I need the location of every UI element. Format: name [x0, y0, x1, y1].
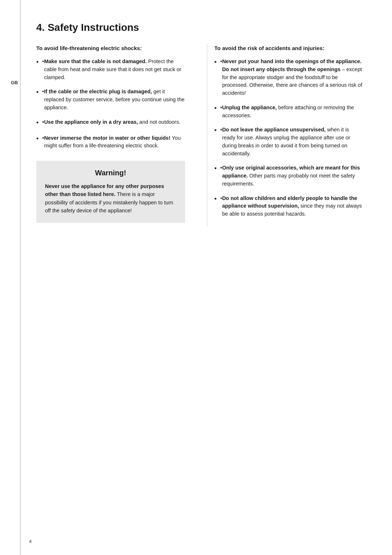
- bold-text: Unplug the appliance,: [222, 105, 277, 110]
- right-section-heading: To avoid the risk of accidents and injur…: [215, 44, 363, 52]
- list-item-text: Never put your hand into the openings of…: [222, 58, 363, 97]
- right-column: To avoid the risk of accidents and injur…: [207, 44, 363, 227]
- list-item: • Use the appliance only in a dry areas,…: [36, 118, 185, 128]
- page-number: 4: [29, 539, 32, 544]
- page-container: GB 4. Safety Instructions To avoid life-…: [0, 0, 392, 555]
- page-title: 4. Safety Instructions: [36, 22, 363, 33]
- warning-text: Never use the appliance for any other pu…: [45, 182, 176, 215]
- list-item: • Never immerse the motor in water or ot…: [36, 134, 185, 150]
- list-item-text: Make sure that the cable is not damaged.…: [44, 58, 185, 81]
- left-section-heading: To avoid life-threatening electric shock…: [36, 44, 185, 52]
- list-item-text: Do not leave the appliance unsupervised,…: [222, 126, 363, 158]
- bold-text: Never put your hand into the openings of…: [222, 58, 362, 72]
- list-item-text: Never immerse the motor in water or othe…: [44, 134, 185, 150]
- bold-text: Use the appliance only in a dry areas,: [44, 119, 138, 125]
- left-bullet-list: • Make sure that the cable is not damage…: [36, 58, 185, 150]
- list-item-text: If the cable or the electric plug is dam…: [44, 88, 185, 111]
- list-item-text: Do not allow children and elderly people…: [222, 195, 363, 218]
- list-item: • Only use original accessories, which a…: [215, 164, 363, 188]
- list-item: • Do not leave the appliance unsupervise…: [215, 126, 363, 158]
- list-item: • Do not allow children and elderly peop…: [215, 195, 363, 218]
- bold-text: If the cable or the electric plug is dam…: [44, 89, 152, 94]
- list-item: • Make sure that the cable is not damage…: [36, 58, 185, 81]
- warning-bold-text: Never use the appliance for any other pu…: [45, 183, 164, 197]
- left-column: To avoid life-threatening electric shock…: [36, 44, 192, 227]
- list-item-text: Use the appliance only in a dry areas, a…: [44, 118, 185, 126]
- list-item-text: Only use original accessories, which are…: [222, 164, 363, 188]
- list-item-text: Unplug the appliance, before attaching o…: [222, 104, 363, 120]
- bold-text: Make sure that the cable is not damaged.: [44, 58, 147, 64]
- bold-text: Only use original accessories, which are…: [222, 165, 360, 179]
- bold-text: Do not leave the appliance unsupervised,: [222, 127, 326, 132]
- list-item: • Unplug the appliance, before attaching…: [215, 104, 363, 120]
- bold-text: Do not allow children and elderly people…: [222, 195, 357, 209]
- right-bullet-list: • Never put your hand into the openings …: [215, 58, 363, 218]
- warning-box: Warning! Never use the appliance for any…: [36, 161, 185, 223]
- list-item: • Never put your hand into the openings …: [215, 58, 363, 97]
- warning-title: Warning!: [45, 169, 176, 177]
- list-item: • If the cable or the electric plug is d…: [36, 88, 185, 111]
- gb-label: GB: [11, 80, 18, 85]
- bold-text: Never immerse the motor in water or othe…: [44, 135, 170, 141]
- two-column-layout: To avoid life-threatening electric shock…: [36, 44, 363, 227]
- left-bar: [20, 0, 21, 555]
